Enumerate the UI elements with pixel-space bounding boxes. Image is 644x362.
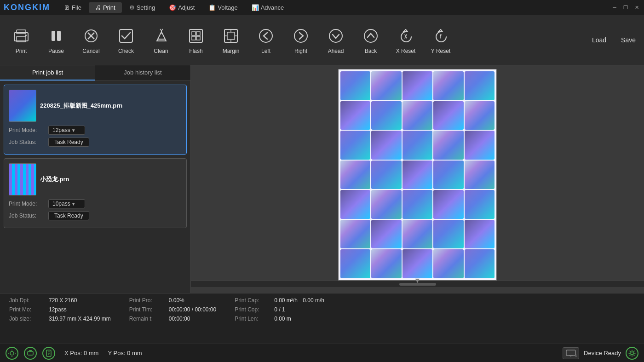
pause-button[interactable]: Pause bbox=[40, 19, 73, 61]
sticker-cell bbox=[371, 101, 401, 130]
check-label: Check bbox=[118, 48, 134, 54]
job-mode-label-1: Print Mode: bbox=[9, 127, 46, 133]
load-button[interactable]: Load bbox=[588, 34, 610, 46]
job-mode-select-2[interactable]: 10pass ▼ bbox=[48, 199, 85, 208]
back-button[interactable]: Back bbox=[354, 19, 387, 61]
app-logo: KONGKIM bbox=[4, 3, 50, 12]
status-dpi-value: 720 X 2160 bbox=[49, 297, 77, 304]
yreset-button[interactable]: Y Reset bbox=[424, 19, 457, 61]
advance-icon: 📊 bbox=[252, 4, 259, 11]
left-button[interactable]: Left bbox=[249, 19, 282, 61]
tool-icon-2[interactable] bbox=[24, 347, 37, 360]
xreset-button[interactable]: X Reset bbox=[389, 19, 422, 61]
device-icon: S bbox=[563, 347, 579, 359]
job-mode-select-1[interactable]: 12pass ▼ bbox=[48, 126, 85, 135]
back-icon bbox=[361, 26, 381, 46]
nav-advance-label: Advance bbox=[261, 4, 284, 11]
job-item-2[interactable]: 小恐龙.prn Print Mode: 10pass ▼ Job Status:… bbox=[4, 158, 187, 228]
status-size-label: Job size: bbox=[9, 316, 46, 322]
margin-button[interactable]: Margin bbox=[214, 19, 247, 61]
status-time-label: Print Tim: bbox=[129, 306, 166, 313]
margin-icon bbox=[221, 26, 241, 46]
status-col-3: Print Cap: 0.00 m²/h 0.00 m/h Print Cop:… bbox=[235, 297, 324, 340]
window-controls: ─ ❐ ✕ bbox=[611, 4, 640, 11]
tab-print-job-list[interactable]: Print job list bbox=[0, 65, 95, 80]
yreset-icon bbox=[431, 26, 451, 46]
nav-voltage-label: Voltage bbox=[218, 4, 237, 11]
cancel-button[interactable]: Cancel bbox=[75, 19, 108, 61]
status-mode-row: Print Mo: 12pass bbox=[9, 306, 111, 313]
save-button[interactable]: Save bbox=[617, 34, 639, 46]
tool-icon-3[interactable] bbox=[42, 347, 55, 360]
clean-icon bbox=[151, 26, 171, 46]
sticker-cell bbox=[340, 190, 370, 219]
job-title-1: 220825_排版新图_425mm.prn bbox=[9, 90, 182, 122]
right-label: Right bbox=[294, 48, 307, 54]
svg-point-44 bbox=[631, 352, 633, 355]
nav-item-setting[interactable]: ⚙ Setting bbox=[123, 2, 161, 13]
main-content: Print job list Job history list 220825_排… bbox=[0, 65, 644, 293]
sticker-cell bbox=[433, 101, 463, 130]
clean-button[interactable]: Clean bbox=[144, 19, 178, 61]
minimize-button[interactable]: ─ bbox=[611, 4, 618, 11]
toolbar: Print Pause Cancel Check bbox=[0, 15, 644, 65]
sticker-cell bbox=[433, 71, 463, 100]
tab-job-history-list[interactable]: Job history list bbox=[95, 65, 190, 80]
sticker-grid bbox=[339, 69, 496, 280]
status-cap-label: Print Cap: bbox=[235, 297, 271, 304]
status-dpi-row: Job Dpi: 720 X 2160 bbox=[9, 297, 111, 304]
status-cap-row: Print Cap: 0.00 m²/h 0.00 m/h bbox=[235, 297, 324, 304]
ahead-button[interactable]: Ahead bbox=[319, 19, 352, 61]
svg-rect-14 bbox=[190, 29, 202, 42]
job-mode-row-1: Print Mode: 12pass ▼ bbox=[9, 126, 182, 135]
status-progress-label: Print Pro: bbox=[129, 297, 166, 304]
settings-circle-button[interactable] bbox=[626, 347, 638, 360]
job-thumbnail-2 bbox=[9, 163, 36, 195]
cancel-label: Cancel bbox=[82, 48, 99, 54]
job-list: 220825_排版新图_425mm.prn Print Mode: 12pass… bbox=[0, 81, 190, 293]
status-remain-label: Remain t: bbox=[129, 316, 166, 322]
job-filename-1: 220825_排版新图_425mm.prn bbox=[40, 102, 122, 110]
pause-label: Pause bbox=[48, 48, 64, 54]
sticker-cell bbox=[402, 71, 432, 100]
job-title-2: 小恐龙.prn bbox=[9, 163, 182, 195]
sticker-cell bbox=[371, 131, 401, 160]
status-cap-value1: 0.00 m²/h bbox=[274, 297, 298, 304]
status-col-2: Print Pro: 0.00% Print Tim: 00:00:00 / 0… bbox=[129, 297, 216, 340]
nav-item-print[interactable]: 🖨 Print bbox=[89, 2, 122, 13]
sticker-cell bbox=[340, 161, 370, 190]
close-button[interactable]: ✕ bbox=[633, 4, 640, 11]
job-status-label-2: Job Status: bbox=[9, 213, 46, 219]
job-status-value-1: Task Ready bbox=[48, 138, 89, 147]
nav-item-file[interactable]: 🖹 File bbox=[58, 2, 88, 13]
status-remain-value: 00:00:00 bbox=[169, 316, 190, 322]
check-icon bbox=[116, 26, 136, 46]
ahead-icon bbox=[326, 26, 346, 46]
nav-item-advance[interactable]: 📊 Advance bbox=[245, 2, 291, 13]
sticker-cell bbox=[340, 220, 370, 249]
svg-rect-18 bbox=[196, 36, 200, 40]
x-pos-label-text: X Pos: bbox=[64, 350, 82, 356]
nav-item-adjust[interactable]: 🎯 Adjust bbox=[162, 2, 201, 13]
job-status-label-1: Job Status: bbox=[9, 139, 46, 145]
ahead-label: Ahead bbox=[328, 48, 344, 54]
job-thumbnail-1 bbox=[9, 90, 36, 122]
svg-rect-41 bbox=[566, 350, 575, 356]
nav-item-voltage[interactable]: 📋 Voltage bbox=[202, 2, 244, 13]
nav-file-label: File bbox=[72, 4, 81, 11]
restore-button[interactable]: ❐ bbox=[622, 4, 629, 11]
left-label: Left bbox=[261, 48, 270, 54]
x-pos-label: X Pos: 0 mm bbox=[64, 350, 98, 356]
check-button[interactable]: Check bbox=[109, 19, 143, 61]
sticker-cell bbox=[433, 161, 463, 190]
status-dpi-label: Job Dpi: bbox=[9, 297, 46, 304]
tool-icon-1[interactable] bbox=[6, 347, 18, 360]
flash-icon bbox=[186, 26, 206, 46]
right-button[interactable]: Right bbox=[284, 19, 317, 61]
job-item-1[interactable]: 220825_排版新图_425mm.prn Print Mode: 12pass… bbox=[4, 85, 187, 155]
status-mode-value: 12pass bbox=[49, 306, 67, 313]
flash-button[interactable]: Flash bbox=[179, 19, 213, 61]
status-cap-value2: 0.00 m/h bbox=[303, 297, 324, 304]
yreset-label: Y Reset bbox=[431, 48, 450, 54]
print-button[interactable]: Print bbox=[5, 19, 38, 61]
